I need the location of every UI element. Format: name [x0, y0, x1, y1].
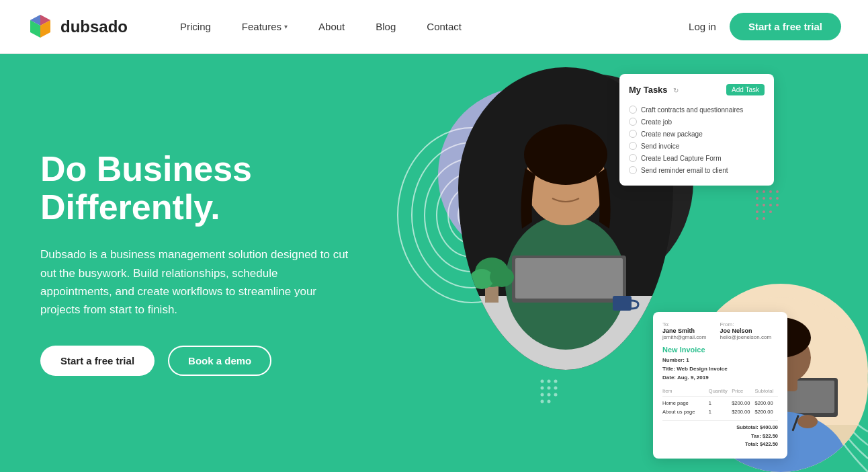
invoice-totals: Subtotal: $400.00 Tax: $22.50 Total: $42… [662, 420, 778, 449]
login-button[interactable]: Log in [689, 21, 716, 32]
invoice-to-label: To: [662, 321, 706, 327]
invoice-to-from: To: Jane Smith jsmith@gmail.com From: Jo… [662, 321, 778, 340]
invoice-table-row: Home page 1 $200.00 $200.00 [662, 399, 778, 407]
task-item: Create job [629, 116, 765, 128]
svg-point-56 [541, 393, 544, 397]
nav-item-about[interactable]: About [306, 15, 357, 38]
svg-point-58 [554, 393, 558, 397]
svg-point-20 [756, 190, 758, 193]
tasks-card: My Tasks ↻ Add Task Craft contracts and … [619, 74, 774, 186]
header-start-trial-button[interactable]: Start a free trial [730, 13, 841, 40]
task-item: Send reminder email to client [629, 164, 765, 176]
svg-point-31 [776, 204, 779, 206]
svg-point-52 [554, 380, 558, 383]
svg-point-21 [763, 190, 765, 193]
task-label: Send reminder email to client [641, 167, 728, 174]
task-checkbox[interactable] [629, 106, 637, 114]
task-label: Send invoice [641, 143, 679, 150]
tasks-title: My Tasks [629, 85, 668, 95]
svg-point-24 [756, 197, 758, 200]
tasks-list: Craft contracts and questionnaires Creat… [629, 104, 765, 176]
task-item: Create new package [629, 128, 765, 140]
svg-point-48 [797, 415, 818, 428]
invoice-from-email: hello@joenelson.com [720, 334, 771, 340]
total-label: Total: [745, 441, 758, 447]
task-item: Create Lead Capture Form [629, 152, 765, 164]
task-item: Craft contracts and questionnaires [629, 104, 765, 116]
invoice-date-label: Date: Aug. 9, 2019 [662, 375, 709, 381]
logo-text: dubsado [60, 17, 128, 36]
nav-item-features[interactable]: Features ▾ [230, 15, 300, 38]
nav-item-contact[interactable]: Contact [415, 15, 474, 38]
invoice-heading: New Invoice [662, 346, 778, 354]
invoice-number-label: Number: 1 [662, 357, 689, 363]
invoice-meta: Number: 1 Title: Web Design Invoice Date… [662, 356, 778, 382]
svg-point-22 [769, 190, 772, 193]
svg-point-50 [541, 380, 544, 383]
hero-book-demo-button[interactable]: Book a demo [168, 346, 271, 376]
main-nav: Pricing Features ▾ About Blog Contact [168, 15, 689, 38]
task-checkbox[interactable] [629, 166, 637, 174]
pink-dots-decoration [754, 188, 794, 229]
header-right: Log in Start a free trial [689, 13, 841, 40]
hero-content: Do Business Differently. Dubsado is a bu… [0, 110, 390, 416]
hero-description: Dubsado is a business management solutio… [40, 245, 349, 319]
svg-point-30 [769, 204, 772, 206]
invoice-title-label: Title: Web Design Invoice [662, 366, 728, 372]
invoice-from-label: From: [720, 321, 771, 327]
hero-section: Do Business Differently. Dubsado is a bu… [0, 54, 868, 472]
svg-point-23 [776, 190, 779, 193]
logo[interactable]: dubsado [27, 13, 128, 40]
features-chevron-icon: ▾ [284, 23, 288, 30]
hero-start-trial-button[interactable]: Start a free trial [40, 346, 155, 376]
hero-visual: My Tasks ↻ Add Task Craft contracts and … [357, 54, 868, 472]
svg-point-11 [524, 124, 607, 185]
invoice-to-email: jsmith@gmail.com [662, 334, 706, 340]
svg-point-53 [541, 387, 544, 390]
task-checkbox[interactable] [629, 130, 637, 138]
header: dubsado Pricing Features ▾ About Blog Co… [0, 0, 868, 54]
svg-point-36 [763, 217, 765, 220]
invoice-from-name: Joe Nelson [720, 327, 771, 334]
svg-rect-14 [515, 258, 623, 299]
svg-point-34 [769, 210, 772, 213]
svg-point-28 [756, 204, 758, 206]
svg-point-35 [756, 217, 758, 220]
svg-point-18 [490, 267, 514, 287]
logo-icon [27, 13, 54, 40]
hero-buttons: Start a free trial Book a demo [40, 346, 349, 376]
task-label: Craft contracts and questionnaires [641, 106, 743, 114]
tasks-refresh-icon[interactable]: ↻ [673, 87, 679, 94]
add-task-button[interactable]: Add Task [726, 84, 765, 95]
svg-point-60 [548, 400, 551, 403]
task-label: Create job [641, 118, 672, 126]
task-checkbox[interactable] [629, 118, 637, 126]
hero-title: Do Business Differently. [40, 150, 349, 227]
svg-point-27 [776, 197, 779, 200]
task-checkbox[interactable] [629, 154, 637, 162]
svg-point-59 [541, 400, 544, 403]
invoice-table-header: Item Quantity Price Subtotal [662, 388, 778, 397]
green-dots-decoration [539, 378, 579, 418]
nav-item-pricing[interactable]: Pricing [168, 15, 223, 38]
tasks-card-header: My Tasks ↻ Add Task [629, 83, 765, 95]
svg-point-29 [763, 204, 765, 206]
tax-label: Tax: [751, 433, 761, 439]
svg-point-25 [763, 197, 765, 200]
svg-point-57 [548, 393, 551, 397]
svg-point-33 [763, 210, 765, 213]
invoice-card: To: Jane Smith jsmith@gmail.com From: Jo… [653, 312, 787, 459]
svg-point-54 [548, 387, 551, 390]
task-label: Create Lead Capture Form [641, 155, 722, 162]
invoice-table-row: About us page 1 $200.00 $200.00 [662, 407, 778, 416]
svg-point-51 [548, 380, 551, 383]
task-item: Send invoice [629, 140, 765, 152]
task-label: Create new package [641, 130, 703, 138]
invoice-to-name: Jane Smith [662, 327, 706, 334]
nav-item-blog[interactable]: Blog [363, 15, 408, 38]
svg-point-32 [756, 210, 758, 213]
task-checkbox[interactable] [629, 142, 637, 150]
svg-point-55 [554, 387, 558, 390]
svg-rect-19 [613, 296, 632, 311]
svg-point-26 [769, 197, 772, 200]
